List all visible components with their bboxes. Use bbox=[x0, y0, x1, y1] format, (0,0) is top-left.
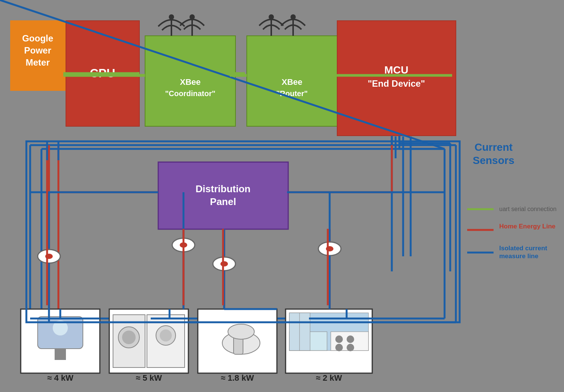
svg-text:XBee: XBee bbox=[180, 77, 200, 87]
svg-text:"End Device": "End Device" bbox=[368, 78, 425, 89]
svg-text:Meter: Meter bbox=[26, 57, 50, 67]
svg-point-109 bbox=[347, 335, 354, 343]
svg-point-97 bbox=[160, 329, 172, 341]
svg-point-80 bbox=[180, 242, 187, 248]
svg-point-102 bbox=[228, 324, 254, 339]
svg-point-84 bbox=[326, 246, 333, 251]
svg-text:CPU: CPU bbox=[90, 66, 115, 80]
svg-point-108 bbox=[335, 335, 343, 343]
main-svg: Google Power Meter CPU XBee "Coordinator… bbox=[0, 0, 564, 392]
svg-text:Current: Current bbox=[474, 141, 512, 153]
svg-text:Distribution: Distribution bbox=[196, 183, 251, 194]
svg-text:Sensors: Sensors bbox=[473, 155, 515, 166]
diagram-container: Google Power Meter CPU XBee "Coordinator… bbox=[0, 0, 564, 392]
svg-text:MCU: MCU bbox=[384, 64, 408, 76]
svg-point-78 bbox=[45, 254, 53, 259]
svg-text:≈ 2 kW: ≈ 2 kW bbox=[316, 373, 342, 383]
svg-text:uart serial connection: uart serial connection bbox=[499, 206, 556, 212]
svg-point-89 bbox=[53, 320, 68, 335]
svg-text:Isolated current: Isolated current bbox=[499, 245, 547, 252]
svg-text:Power: Power bbox=[24, 45, 51, 55]
svg-text:measure line: measure line bbox=[499, 253, 538, 260]
svg-rect-21 bbox=[11, 21, 65, 90]
svg-text:Home Energy Line: Home Energy Line bbox=[499, 223, 555, 230]
svg-point-111 bbox=[347, 344, 354, 351]
svg-text:≈ 4 kW: ≈ 4 kW bbox=[47, 373, 73, 383]
svg-text:Panel: Panel bbox=[210, 196, 236, 207]
svg-rect-74 bbox=[158, 162, 288, 229]
svg-text:XBee: XBee bbox=[281, 77, 302, 87]
svg-text:≈ 5 kW: ≈ 5 kW bbox=[136, 373, 162, 383]
svg-point-94 bbox=[122, 331, 136, 344]
svg-point-110 bbox=[335, 344, 343, 351]
svg-point-37 bbox=[169, 14, 174, 20]
svg-text:Google: Google bbox=[22, 33, 53, 43]
svg-text:≈ 1.8 kW: ≈ 1.8 kW bbox=[221, 373, 254, 383]
svg-text:"Coordinator": "Coordinator" bbox=[165, 89, 215, 98]
svg-rect-88 bbox=[55, 349, 66, 360]
svg-point-82 bbox=[220, 261, 228, 266]
